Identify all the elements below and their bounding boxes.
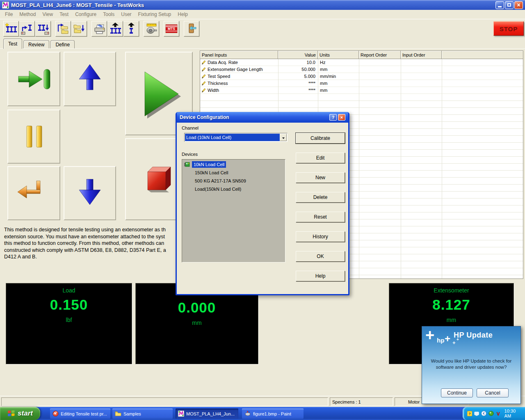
new-button[interactable]: New [296, 172, 345, 183]
header-units[interactable]: Units [318, 51, 359, 59]
header-value[interactable]: Value [278, 51, 318, 59]
edit-button[interactable]: Edit [296, 153, 345, 163]
dialog-close-button[interactable]: × [338, 114, 345, 121]
devices-listbox[interactable]: 10kN Load Cell 150kN Load Cell 500 KG A2… [182, 159, 285, 262]
row-name: Data Acq. Rate [208, 60, 238, 65]
continue-button[interactable]: Continue [441, 388, 473, 397]
table-row[interactable]: Width **** mm [200, 87, 523, 94]
print-button[interactable] [91, 21, 107, 37]
menu-help[interactable]: Help [174, 10, 191, 18]
table-row[interactable]: Thickness **** mm [200, 80, 523, 87]
tab-define[interactable]: Define [50, 40, 75, 49]
open-method-button[interactable] [19, 21, 35, 37]
extensometer-display-units: mm [389, 317, 514, 323]
hardware-tray-icon[interactable] [474, 411, 479, 416]
history-button[interactable]: History [296, 231, 345, 242]
raise-specimen-button[interactable] [123, 21, 139, 37]
raise-crosshead-button[interactable] [107, 21, 123, 37]
calibrate-button[interactable]: Calibrate [296, 133, 345, 144]
dialog-help-button[interactable]: ? [329, 114, 337, 121]
taskbar-clock[interactable]: 10:30 AM [504, 409, 522, 418]
channel-dropdown-button[interactable] [280, 134, 287, 141]
table-row[interactable]: Data Acq. Rate 10.0 Hz [200, 59, 523, 66]
goto-limit-button[interactable] [7, 52, 60, 106]
hide-icons-chevron-icon[interactable] [481, 411, 486, 416]
delete-button[interactable]: Delete [296, 192, 345, 203]
taskbar-item-samples[interactable]: Samples [112, 409, 173, 419]
save-method-button[interactable] [35, 21, 51, 37]
header-input-order[interactable]: Input Order [401, 51, 442, 59]
menu-method[interactable]: Method [16, 10, 39, 18]
tape-measure-icon [145, 23, 158, 35]
new-method-icon [5, 23, 17, 35]
ok-button[interactable]: OK [296, 251, 345, 262]
stop-button[interactable]: STOP [493, 21, 524, 36]
green-arrow-bar-icon [15, 60, 53, 98]
pause-button[interactable] [7, 110, 60, 164]
taskbar-item-paint[interactable]: figure1.bmp - Paint [242, 409, 304, 419]
menu-configure[interactable]: Configure [72, 10, 100, 18]
new-method-button[interactable] [3, 21, 19, 37]
jog-up-button[interactable] [64, 52, 116, 106]
testworks-app-icon[interactable] [2, 2, 9, 9]
menu-view[interactable]: View [39, 10, 56, 18]
hp-logo-plus-icon: + [425, 327, 434, 343]
header-blank [442, 51, 523, 59]
exit-door-icon [185, 23, 198, 35]
device-item[interactable]: 500 KG A217-17A SN509 [182, 177, 285, 185]
menu-file[interactable]: File [2, 10, 16, 18]
exit-button[interactable] [184, 21, 199, 37]
mts-button[interactable]: MTS [164, 21, 179, 37]
client-divider [0, 48, 525, 49]
cancel-button[interactable]: Cancel [477, 388, 509, 397]
menubar: File Method View Test Configure Tools Us… [0, 10, 525, 19]
help-button[interactable]: Help [296, 271, 345, 281]
device-item-selected[interactable]: 10kN Load Cell [182, 160, 285, 169]
antivirus-tray-icon[interactable]: V [496, 411, 501, 416]
channel-combobox[interactable]: Load (10kN Load Cell) [184, 133, 288, 142]
help-tray-icon[interactable]: ? [467, 411, 472, 416]
method-description: This method is designed for tensile test… [4, 226, 176, 264]
export-sample-icon [73, 23, 85, 35]
pause-icon [18, 121, 50, 152]
dialog-titlebar[interactable]: Device Configuration ? × [177, 112, 348, 123]
taskbar-item-testworks[interactable]: MOST_PLA_LH4_Jun... [176, 409, 238, 419]
pencil-icon [201, 60, 206, 65]
header-report-order[interactable]: Report Order [359, 51, 401, 59]
return-button[interactable] [7, 166, 60, 220]
hp-update-dialog: + hp + + + HP Update Would you like HP U… [422, 326, 521, 404]
testworks-window: MOST_PLA_LH4_June6 : MOST_Tensile - Test… [0, 0, 525, 420]
testworks-app-icon [178, 411, 184, 417]
displacement-display-units: mm [136, 320, 258, 326]
device-item[interactable]: 150kN Load Cell [182, 169, 285, 177]
device-item[interactable]: Load(150kN Load Cell) [182, 185, 285, 193]
row-value: 10.0 [278, 60, 318, 65]
restore-icon [507, 3, 511, 7]
pencil-icon [201, 67, 206, 72]
table-row[interactable]: Test Speed 5.000 mm/min [200, 73, 523, 80]
jog-down-button[interactable] [64, 166, 116, 220]
start-button[interactable]: start [0, 407, 40, 420]
window-titlebar: MOST_PLA_LH4_June6 : MOST_Tensile - Test… [0, 0, 525, 10]
minimize-button[interactable] [495, 1, 504, 9]
menu-tools[interactable]: Tools [100, 10, 118, 18]
table-row[interactable]: Extensometer Gage Length 50.000 mm [200, 66, 523, 73]
reset-button[interactable]: Reset [296, 212, 345, 222]
menu-user[interactable]: User [118, 10, 135, 18]
orange-return-arrow-icon [15, 174, 53, 212]
row-name: Thickness [208, 81, 228, 86]
tab-test[interactable]: Test [3, 39, 22, 49]
menu-test[interactable]: Test [56, 10, 72, 18]
export-sample-button[interactable] [71, 21, 87, 37]
tab-review[interactable]: Review [23, 40, 49, 49]
green-badge-tray-icon[interactable] [488, 411, 494, 416]
device-configuration-button[interactable] [144, 21, 159, 37]
folder-icon [115, 411, 121, 417]
import-sample-button[interactable] [55, 21, 71, 37]
header-panel-inputs[interactable]: Panel Inputs [200, 51, 278, 59]
menu-fixturing-setup[interactable]: Fixturing Setup [135, 10, 175, 18]
taskbar-item-tensile-doc[interactable]: Editing Tensile test pr... [50, 409, 110, 419]
close-button[interactable]: × [514, 1, 523, 9]
device-configuration-dialog: Device Configuration ? × Channel Load (1… [176, 112, 349, 295]
maximize-button[interactable] [505, 1, 514, 9]
